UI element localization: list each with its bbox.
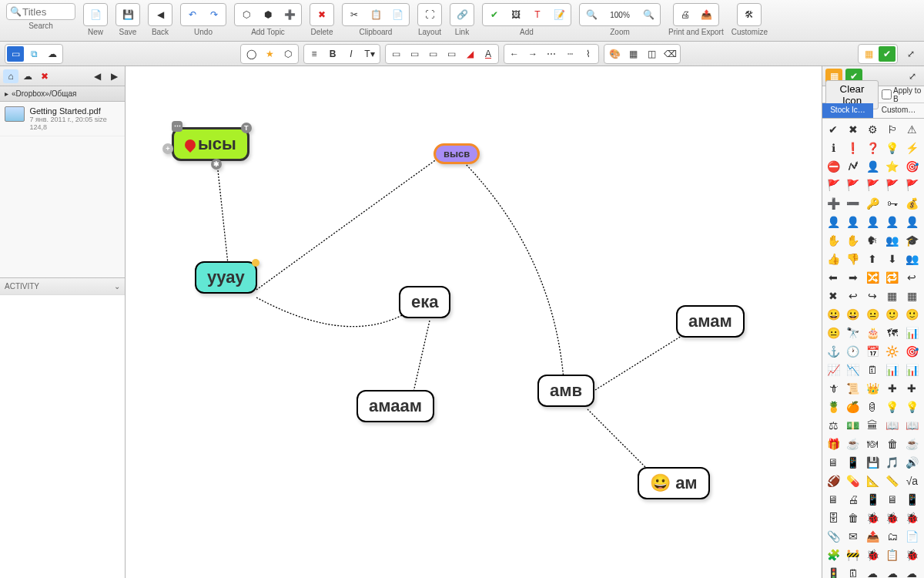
stock-icon[interactable]: 🏈 — [825, 472, 842, 489]
stock-icon[interactable]: 💡 — [903, 398, 920, 415]
stock-icon[interactable]: 🎓 — [903, 232, 920, 249]
stock-icon[interactable]: 🏳 — [884, 121, 901, 138]
stock-icon[interactable]: 📄 — [903, 528, 920, 545]
stock-icon[interactable]: 🕐 — [845, 343, 862, 360]
stock-icon[interactable]: 👤 — [845, 213, 862, 230]
stock-icon[interactable]: ⚡ — [903, 139, 920, 156]
stock-icon[interactable]: 🎯 — [903, 343, 920, 360]
arrow-right-button[interactable]: → — [524, 46, 541, 62]
stock-icon[interactable]: 📖 — [884, 417, 901, 434]
stock-icon[interactable]: ↩ — [903, 269, 920, 286]
stock-icon[interactable]: 💡 — [884, 139, 901, 156]
sidebar-nav-prev[interactable]: ◀ — [89, 69, 105, 83]
print-button[interactable]: 🖨 — [675, 5, 695, 24]
stock-icon[interactable]: ✖ — [845, 121, 862, 138]
shape2-button[interactable]: ▭ — [406, 46, 423, 62]
stock-icon[interactable]: 💰 — [903, 195, 920, 212]
stock-icon[interactable]: 🗡 — [825, 380, 842, 397]
stock-icon[interactable]: 😐 — [825, 324, 842, 341]
add-handle-icon[interactable]: + — [162, 143, 173, 154]
stock-icon[interactable]: 🗓 — [845, 565, 862, 578]
stock-icon[interactable]: ⚙ — [864, 121, 881, 138]
arrow-left-button[interactable]: ← — [506, 46, 523, 62]
stock-icon[interactable]: ⛔ — [825, 158, 842, 175]
stock-icon[interactable]: 🍊 — [845, 398, 862, 415]
panel-notes-button[interactable]: ▭ — [7, 46, 24, 62]
save-button[interactable]: 💾 — [118, 5, 138, 24]
paste-button[interactable]: 📄 — [387, 5, 407, 24]
stock-icon[interactable]: 🐞 — [903, 509, 920, 526]
zoom-in-button[interactable]: 🔍 — [638, 5, 658, 24]
stock-icon[interactable]: 🚦 — [825, 565, 842, 578]
stock-icon[interactable]: ✋ — [845, 232, 862, 249]
stock-icon[interactable]: 📤 — [864, 528, 881, 545]
stock-icon[interactable]: ➕ — [825, 195, 842, 212]
shape-oval-button[interactable]: ◯ — [243, 46, 259, 62]
stock-icon[interactable]: 🖨 — [845, 491, 862, 508]
tab-stock-icons[interactable]: Stock Ic… — [822, 103, 873, 118]
stock-icon[interactable]: 🚩 — [864, 176, 881, 193]
stock-icon[interactable]: 🔆 — [884, 343, 901, 360]
hex-button[interactable]: ⬡ — [280, 46, 296, 62]
stock-icon[interactable]: 🖥 — [825, 454, 842, 471]
stock-icon[interactable]: 🧩 — [825, 546, 842, 563]
line-style-button[interactable]: ⌇ — [580, 46, 597, 62]
stock-icon[interactable]: ℹ — [825, 139, 842, 156]
breadcrumb[interactable]: ▸«Dropbox»/Общая — [0, 86, 125, 102]
stock-icon[interactable]: 🚩 — [884, 176, 901, 193]
stock-icon[interactable]: 👤 — [825, 213, 842, 230]
stock-icon[interactable]: 👤 — [864, 213, 881, 230]
stock-icon[interactable]: 🚧 — [845, 546, 862, 563]
stock-icon[interactable]: 🗓 — [864, 361, 881, 378]
stock-icon[interactable]: ↪ — [864, 287, 881, 304]
stock-icon[interactable]: 🛢 — [864, 398, 881, 415]
stock-icon[interactable]: 🔭 — [845, 324, 862, 341]
stock-icon[interactable]: 📉 — [845, 361, 862, 378]
eraser-button[interactable]: ⌫ — [661, 46, 678, 62]
delete-button[interactable]: ✖ — [312, 5, 332, 24]
stock-icon[interactable]: 📜 — [845, 380, 862, 397]
shape3-button[interactable]: ▭ — [424, 46, 441, 62]
stock-icon[interactable]: 👤 — [903, 213, 920, 230]
add-topic-button[interactable]: ➕ — [280, 5, 300, 24]
stock-icon[interactable]: 📊 — [903, 361, 920, 378]
stock-icon[interactable]: 📖 — [903, 417, 920, 434]
customize-button[interactable]: 🛠 — [739, 5, 759, 24]
stock-icon[interactable]: ☕ — [845, 435, 862, 452]
stock-icon[interactable]: 📎 — [825, 528, 842, 545]
node-eka[interactable]: ека — [399, 286, 450, 318]
stock-icon[interactable]: 🙂 — [903, 306, 920, 323]
stock-icon[interactable]: 🗺 — [884, 324, 901, 341]
collapse-right-icon[interactable]: ⤢ — [904, 69, 921, 84]
stock-icon[interactable]: ▦ — [903, 287, 920, 304]
panel-dropbox-button[interactable]: ⧉ — [25, 46, 42, 62]
zoom-value[interactable]: 100% — [603, 5, 637, 24]
stock-icon[interactable]: ✉ — [845, 528, 862, 545]
stock-icon[interactable]: ↩ — [845, 287, 862, 304]
stock-icon[interactable]: 👤 — [884, 213, 901, 230]
stock-icon[interactable]: 🎯 — [903, 158, 920, 175]
stock-icon[interactable]: 🗲 — [845, 158, 862, 175]
zoom-out-button[interactable]: 🔍 — [581, 5, 601, 24]
add-text-button[interactable]: T — [527, 5, 547, 24]
line-dotted-button[interactable]: ⋯ — [543, 46, 560, 62]
stock-icon[interactable]: ⚠ — [903, 121, 920, 138]
node-root[interactable]: ысы ⋯ T + ✱ — [172, 127, 249, 161]
add-child-button[interactable]: ⬡ — [236, 5, 256, 24]
stock-icon[interactable]: ➡ — [845, 269, 862, 286]
undo-button[interactable]: ↶ — [182, 5, 203, 24]
activity-section[interactable]: ACTIVITY ⌄ — [0, 277, 125, 294]
stock-icon[interactable]: 🐞 — [903, 546, 920, 563]
add-sibling-button[interactable]: ⬢ — [258, 5, 278, 24]
stock-icon[interactable]: ✋ — [825, 232, 842, 249]
stock-icon[interactable]: 🎂 — [864, 324, 881, 341]
stock-icon[interactable]: 👥 — [903, 250, 920, 267]
stock-icon[interactable]: 😀 — [845, 306, 862, 323]
stock-icon[interactable]: ❓ — [864, 139, 881, 156]
star-button[interactable]: ★ — [261, 46, 278, 62]
stock-icon[interactable]: 🗑 — [884, 435, 901, 452]
stock-icon[interactable]: ☁ — [864, 565, 881, 578]
stock-icon[interactable]: √a — [903, 472, 920, 489]
stock-icon[interactable]: 🔁 — [884, 269, 901, 286]
shape4-button[interactable]: ▭ — [443, 46, 460, 62]
